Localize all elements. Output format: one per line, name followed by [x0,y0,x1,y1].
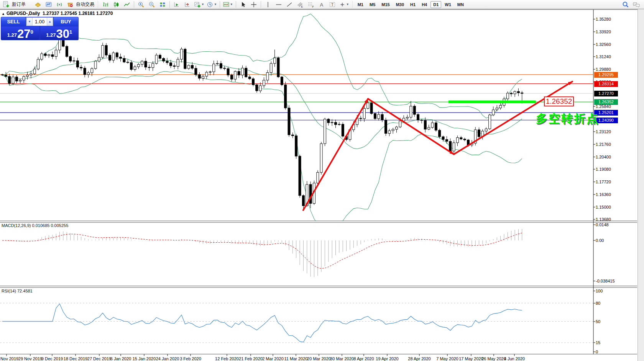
date-label: 4 Jun 2020 [504,356,525,361]
crosshair-button[interactable] [248,0,259,9]
chart-canvas[interactable] [0,0,644,361]
macd-label: MACD(12,26,9) 0.010685 0.005255 [2,223,68,228]
svg-text:E: E [301,5,303,8]
cursor-icon [240,1,246,8]
buy-price-small: 1.27 [46,32,56,38]
arrows-tool-button[interactable]: ▼ [338,0,350,9]
vertical-line-button[interactable] [263,0,273,9]
chevron-down-icon: ▼ [201,3,204,6]
text-label-button[interactable]: T [327,0,338,9]
signal-icon [56,1,63,8]
data-window-button[interactable] [43,0,54,9]
date-label: 29 Nov 2019 [18,356,42,361]
date-label: 7 May 2020 [436,356,458,361]
line-chart-icon [123,1,130,8]
auto-trading-label[interactable]: 自动交易 [76,1,94,8]
timeframe-button-H4[interactable]: H4 [419,1,430,8]
volume-stepper: ▼ 1.00 ▲ [26,17,53,26]
volume-input[interactable]: 1.00 [33,18,47,26]
vertical-line-icon [264,1,271,8]
price-tick-label: 1.16360 [596,192,611,197]
buy-button[interactable]: BUY [54,17,78,26]
candlestick-ch-button[interactable] [111,0,122,9]
toolbar: 新订单 自动交易 [0,0,644,9]
price-annotation-box[interactable]: 1.26352 [544,96,574,106]
turning-point-label[interactable]: 多空转折点 [536,111,599,127]
rsi-tick-label: 50 [596,319,600,324]
line-chart-button[interactable] [122,0,132,9]
rsi-tick-label: 100 [596,289,603,293]
text-icon: A [318,1,325,8]
price-tick-label: 1.20400 [596,155,611,159]
channel-button[interactable]: E [295,0,306,9]
price-badge: 1.27270 [594,91,618,96]
data-window-icon [45,1,52,8]
signals-button[interactable] [54,0,65,9]
templates-button[interactable]: ▼ [222,0,234,9]
candlesticks [1,32,523,209]
rsi-tick-label: 0 [596,350,598,354]
price-tick-label: 1.35280 [596,17,611,21]
date-label: 28 Apr 2020 [408,356,430,361]
date-label: 27 Dec 2019 [87,356,111,361]
timeframe-button-M15[interactable]: M15 [379,1,392,8]
rsi-label: RSI(14) 72.4581 [2,289,33,293]
date-label: 17 May 2020 [459,356,483,361]
rsi-tick-label: 80 [596,301,600,305]
tile-windows-button[interactable] [157,0,168,9]
timeframe-button-D1[interactable]: D1 [430,1,441,8]
bar-chart-button[interactable] [100,0,111,9]
text-tool-button[interactable]: A [316,0,327,9]
new-order-button[interactable] [1,0,12,9]
timeframe-button-M5[interactable]: M5 [367,1,378,8]
fibonacci-icon: F [307,1,314,8]
mt4-window: 新订单 自动交易 [0,0,644,361]
window-gutter [637,9,644,361]
zoom-in-button[interactable] [136,0,146,9]
trendline-icon [286,1,293,8]
trendline-button[interactable] [284,0,295,9]
auto-trading-button[interactable] [65,0,76,9]
price-badge: 1.29295 [594,72,618,78]
timeframe-button-H1[interactable]: H1 [407,1,418,8]
new-order-label[interactable]: 新订单 [12,1,26,8]
toolbar-grip [97,1,99,8]
timeframe-button-M30[interactable]: M30 [393,1,407,8]
new-order-icon [3,1,10,8]
candlestick-icon [113,1,120,8]
chevron-down-icon: ▼ [346,3,349,6]
chart-symbol-period: GBPUSD-,Daily [7,11,40,16]
chart-shift-button[interactable] [182,0,193,9]
crosshair-icon [250,1,257,8]
periods-button[interactable]: ▼ [205,0,218,9]
timeframe-button-M1[interactable]: M1 [355,1,366,8]
price-tick-label: 1.25840 [596,104,611,109]
fibonacci-button[interactable]: F [306,0,316,9]
macd-panel [2,229,522,277]
market-watch-button[interactable] [33,0,43,9]
price-tick-label: 1.29880 [596,67,611,72]
price-tick-label: 1.33920 [596,29,611,34]
search-button[interactable] [620,0,631,9]
chat-icon [632,1,640,8]
rsi-panel [0,303,593,343]
buy-price-button[interactable]: 1.27 30 1 [40,26,79,40]
sell-button[interactable]: SELL [1,17,26,26]
sell-price-big: 27 [17,28,30,39]
volume-increase-button[interactable]: ▲ [47,18,53,26]
date-label: 12 Feb 2020 [215,356,239,361]
text-label-icon: T [329,1,336,8]
template-icon [223,1,230,8]
timeframe-button-MN[interactable]: MN [455,1,467,8]
volume-decrease-button[interactable]: ▼ [26,18,33,26]
new-chart-button[interactable]: ▼ [193,0,205,9]
zoom-out-button[interactable] [146,0,157,9]
horizontal-line-button[interactable] [273,0,284,9]
chat-button[interactable] [631,0,642,9]
timeframe-button-W1[interactable]: W1 [442,1,454,8]
price-tick-label: 1.32560 [596,42,611,47]
cursor-button[interactable] [238,0,248,9]
auto-scroll-button[interactable] [171,0,182,9]
macd-tick-label: -0.038415 [596,279,615,283]
sell-price-button[interactable]: 1.27 27 0 [1,26,39,40]
